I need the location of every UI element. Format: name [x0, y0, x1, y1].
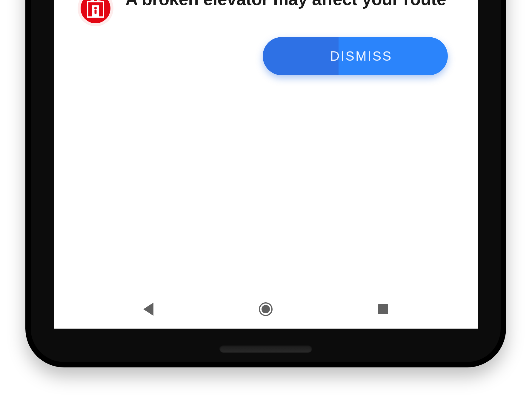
nav-back-button[interactable] [139, 300, 157, 318]
phone-screen: E Knollwood St [54, 0, 478, 329]
route-alert-card: A broken elevator may affect your route … [54, 0, 478, 290]
phone-frame: E Knollwood St [25, 0, 506, 367]
dismiss-button[interactable]: DISMISS [263, 37, 448, 75]
alert-title: A broken elevator may affect your route [125, 0, 446, 10]
back-triangle-icon [143, 303, 153, 316]
svg-rect-3 [95, 10, 97, 14]
android-nav-bar [54, 290, 478, 329]
home-circle-icon [259, 302, 273, 316]
dismiss-button-label: DISMISS [330, 49, 393, 64]
alert-icon-badge [78, 0, 113, 26]
svg-point-2 [94, 7, 97, 9]
recent-square-icon [378, 304, 388, 314]
nav-home-button[interactable] [257, 300, 275, 318]
phone-speaker [219, 345, 312, 352]
nav-recent-button[interactable] [374, 300, 392, 318]
broken-elevator-icon [81, 0, 110, 23]
